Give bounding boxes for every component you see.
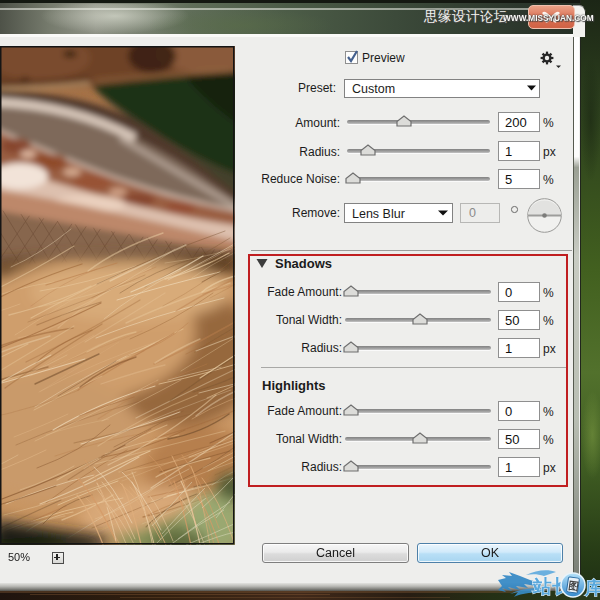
svg-text:图: 图 <box>568 579 580 592</box>
svg-text:库: 库 <box>584 578 600 598</box>
